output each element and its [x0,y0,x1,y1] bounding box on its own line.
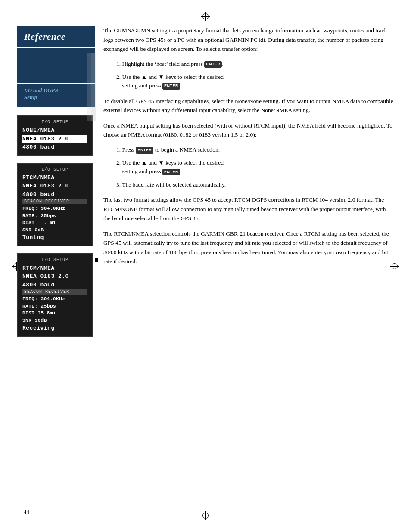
gps-screen-2: I/O SETUP RTCM/NMEA NMEA 0183 2.0 4800 b… [17,163,93,246]
step-2-2: 2. Use the and keys to select the desire… [116,159,394,176]
vertical-divider [97,26,97,506]
paragraph-5: The RTCM/NMEA selection controls the GAR… [103,229,394,266]
gps-screen-1-line-3: 4800 baud [22,143,87,152]
sidebar-section-title: I/O and DGPS [24,87,88,94]
paragraph-2: To disable all GPS 45 interfacing capabi… [103,96,394,115]
enter-button-2: ENTER [162,83,180,90]
gps-screen-1-line-2: NMEA 0183 2.0 [22,135,87,143]
gps-screen-1-title: I/O SETUP [22,120,87,124]
gps-screen-2-line-1: RTCM/NMEA [22,174,87,182]
enter-button-4: ENTER [162,169,180,176]
gps-screen-3-line-3: 4800 baud [22,281,87,289]
sidebar-section-label: I/O and DGPS Setup [17,84,95,107]
gps-screen-3-dist: DIST 35.8mi [22,310,87,317]
corner-bottom-left [9,498,34,523]
step-1-2-end: . [180,82,181,89]
step-1-1-num: 1. Highlight the ‘host’ field and press [116,61,204,67]
sidebar: Reference I/O and DGPS Setup I/O SETUP N… [17,26,95,344]
gps-screen-2-freq: FREQ: 304.0KHz [22,205,87,212]
step-1-1-end: . [222,61,223,67]
step-1-2: 2. Use the and keys to select the desire… [116,73,394,90]
page-number: 44 [24,509,29,516]
gps-screen-2-beacon-header: BEACON RECEIVER [22,199,87,204]
gps-screen-3-line-1: RTCM/NMEA [22,264,87,273]
gps-screen-3-title: I/O SETUP [22,258,87,262]
gps-screen-2-line-3: 4800 baud [22,190,87,199]
gps-screen-2-line-2: NMEA 0183 2.0 [22,182,87,190]
main-content: The GRMN/GRMN setting is a proprietary f… [103,26,394,272]
sidebar-reference-tab: Reference [17,26,95,47]
steps-group-2: 1. Press ENTER to begin a NMEA selection… [116,146,394,189]
step-2-1-suffix: to begin a NMEA selection. [153,146,220,153]
gps-screen-1: I/O SETUP NONE/NMEA NMEA 0183 2.0 4800 b… [17,115,93,156]
steps-group-1: 1. Highlight the ‘host’ field and press … [116,60,394,90]
enter-button-1: ENTER [204,61,222,68]
arrow-down-2 [158,159,164,166]
sidebar-title: Reference [24,31,65,42]
step-2-3-text: 3. The baud rate will be selected automa… [116,181,226,188]
intro-paragraph: The GRMN/GRMN setting is a proprietary f… [103,26,394,54]
gps-screen-3-status: Receiving [22,324,87,333]
section-marker [95,258,98,262]
gps-screen-3-beacon-header: BEACON RECEIVER [22,289,87,295]
gps-screen-2-snr: SNR 0dB [22,227,87,234]
step-2-2-end: . [180,168,181,174]
gps-screen-1-line-1: NONE/NMEA [22,126,87,135]
crosshair-bottom [201,511,210,520]
gps-screen-2-rate: RATE: 25bps [22,212,87,220]
gps-screen-2-dist: DIST __. mi [22,219,87,227]
crosshair-top [201,12,210,21]
gps-screen-3-rate: RATE: 25bps [22,303,87,310]
paragraph-4: The last two format settings allow the G… [103,195,394,223]
arrow-down-1 [158,74,164,80]
enter-button-3: ENTER [136,147,153,154]
arrow-up-1 [141,74,147,80]
arrow-up-2 [141,159,147,166]
step-2-3: 3. The baud rate will be selected automa… [116,180,394,189]
gps-screen-3-freq: FREQ: 304.0KHz [22,296,87,303]
paragraph-3: Once a NMEA output setting has been sele… [103,121,394,140]
gps-screen-3-snr: SNR 30dB [22,317,87,324]
sidebar-section-subtitle: Setup [24,94,88,101]
step-1-1: 1. Highlight the ‘host’ field and press … [116,60,394,68]
gps-screen-3-line-2: NMEA 0183 2.0 [22,272,87,281]
gps-screen-2-status: Tuning [22,233,87,242]
step-2-1-text: 1. Press [116,146,136,153]
gps-screen-2-title: I/O SETUP [22,167,87,172]
corner-bottom-right [377,498,402,523]
gps-screen-3: I/O SETUP RTCM/NMEA NMEA 0183 2.0 4800 b… [17,253,93,337]
step-2-1: 1. Press ENTER to begin a NMEA selection… [116,146,394,154]
